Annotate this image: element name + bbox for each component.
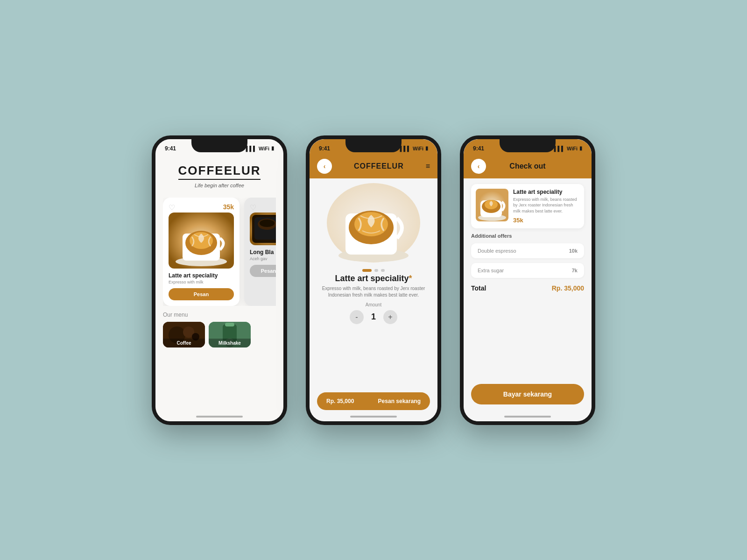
detail-product-desc: Expresso with milk, beans roasted by Jer… <box>317 285 430 298</box>
pay-button[interactable]: Bayar sekarang <box>471 384 584 404</box>
battery-icon-2: ▮ <box>425 145 428 151</box>
hamburger-icon[interactable]: ≡ <box>426 162 430 170</box>
signal-icon-3: ▌▌▌ <box>554 146 564 151</box>
status-icons-1: ▌▌▌ WiFi ▮ <box>246 145 274 151</box>
addon-price-2: 7k <box>572 268 578 273</box>
notch-3 <box>500 139 556 152</box>
brand-section: COFFEELUR Life begin after coffee <box>163 156 276 193</box>
phones-container: 9:41 ▌▌▌ WiFi ▮ COFFEELUR Life begin aft… <box>152 135 595 425</box>
checkout-item-name: Latte art speciality <box>513 189 579 195</box>
status-icons-3: ▌▌▌ WiFi ▮ <box>554 145 582 151</box>
checkout-content: Latte art speciality Expresso with milk,… <box>464 178 592 414</box>
coffee-label: Coffee <box>163 339 205 347</box>
heart-icon-1[interactable]: ♡ <box>169 203 175 212</box>
header-brand: COFFEELUR <box>354 162 404 170</box>
detail-header: ‹ COFFEELUR ≡ <box>310 156 437 178</box>
addon-name-1: Double espresso <box>478 248 516 254</box>
back-btn-3[interactable]: ‹ <box>471 159 486 174</box>
checkout-header: ‹ Check out <box>464 156 592 178</box>
phone-detail: 9:41 ▌▌▌ WiFi ▮ ‹ COFFEELUR ≡ <box>306 135 441 425</box>
pesan-btn-2[interactable]: Pesan <box>250 265 276 277</box>
amount-value: 1 <box>371 312 376 322</box>
svg-point-6 <box>260 220 275 227</box>
checkout-cup-svg <box>476 189 508 221</box>
addon-name-2: Extra sugar <box>478 268 504 273</box>
screen-home: 9:41 ▌▌▌ WiFi ▮ COFFEELUR Life begin aft… <box>155 139 283 421</box>
amount-section: Amount - 1 + <box>350 302 397 324</box>
phone-checkout: 9:41 ▌▌▌ WiFi ▮ ‹ Check out <box>460 135 595 425</box>
total-row: Total Rp. 35,000 <box>471 283 584 294</box>
category-milkshake[interactable]: Milkshake <box>209 322 251 347</box>
notch-2 <box>345 139 402 152</box>
checkout-item-info: Expresso with milk, beans roasted by Jer… <box>513 197 579 214</box>
screen-detail: 9:41 ▌▌▌ WiFi ▮ ‹ COFFEELUR ≡ <box>310 139 437 421</box>
amount-control: - 1 + <box>350 310 397 324</box>
order-bar[interactable]: Rp. 35,000 Pesan sekarang <box>317 392 430 410</box>
home-indicator-2 <box>350 416 397 418</box>
pesan-btn-1[interactable]: Pesan <box>169 288 234 300</box>
card-name-1: Latte art speciality <box>169 272 234 279</box>
checkout-title: Check out <box>492 162 564 170</box>
detail-content: Latte art speciality* Expresso with milk… <box>310 178 437 414</box>
checkout-item-price: 35k <box>513 217 579 224</box>
svg-rect-13 <box>225 323 234 326</box>
category-coffee[interactable]: Coffee <box>163 322 205 347</box>
addon-price-1: 10k <box>569 248 578 254</box>
addon-espresso[interactable]: Double espresso 10k <box>471 243 584 258</box>
addon-sugar[interactable]: Extra sugar 7k <box>471 263 584 278</box>
order-price: Rp. 35,000 <box>326 398 354 404</box>
total-label: Total <box>471 284 486 292</box>
notch <box>191 139 247 152</box>
total-price: Rp. 35,000 <box>552 284 584 292</box>
additional-label: Additional offers <box>471 233 584 239</box>
amount-label: Amount <box>350 302 397 307</box>
time-2: 9:41 <box>319 145 330 152</box>
detail-product-name: Latte art speciality* <box>335 274 412 284</box>
battery-icon-3: ▮ <box>579 145 582 151</box>
dot-active <box>362 269 372 272</box>
product-cards: ♡ 35k <box>163 198 276 306</box>
card-latte[interactable]: ♡ 35k <box>163 198 240 306</box>
detail-cup-svg <box>327 183 420 262</box>
signal-icon: ▌▌▌ <box>246 146 256 151</box>
time-1: 9:41 <box>165 145 176 152</box>
order-btn-text: Pesan sekarang <box>378 398 421 404</box>
checkout-item-card: Latte art speciality Expresso with milk,… <box>471 184 584 229</box>
dot-2 <box>374 269 378 272</box>
detail-image <box>327 183 420 262</box>
phone-home: 9:41 ▌▌▌ WiFi ▮ COFFEELUR Life begin aft… <box>152 135 287 425</box>
home-content: COFFEELUR Life begin after coffee ♡ 35k <box>155 156 283 414</box>
wifi-icon-2: WiFi <box>413 146 423 151</box>
card-longblack[interactable]: ♡ Long Bla <box>244 198 276 306</box>
card-desc-1: Expresso with milk <box>169 280 234 284</box>
status-icons-2: ▌▌▌ WiFi ▮ <box>400 145 428 151</box>
checkout-item-image <box>476 189 508 221</box>
dot-3 <box>381 269 385 272</box>
home-indicator-1 <box>196 416 243 418</box>
card-desc-2: Aceh gav <box>250 256 276 261</box>
back-btn-2[interactable]: ‹ <box>317 159 332 174</box>
wifi-icon-3: WiFi <box>567 146 578 151</box>
time-3: 9:41 <box>473 145 484 152</box>
our-menu-label: Our menu <box>163 312 276 318</box>
wifi-icon: WiFi <box>259 146 269 151</box>
black-coffee-image <box>250 213 276 245</box>
carousel-dots <box>362 269 385 272</box>
menu-categories: Coffee Milkshake <box>163 322 276 347</box>
screen-checkout: 9:41 ▌▌▌ WiFi ▮ ‹ Check out <box>464 139 592 421</box>
latte-cup-svg <box>169 213 234 269</box>
minus-btn[interactable]: - <box>350 310 364 324</box>
brand-subtitle: Life begin after coffee <box>163 183 276 188</box>
signal-icon-2: ▌▌▌ <box>400 146 410 151</box>
checkout-item-details: Latte art speciality Expresso with milk,… <box>513 189 579 224</box>
battery-icon: ▮ <box>271 145 274 151</box>
brand-title: COFFEELUR <box>178 163 261 180</box>
card-price-1: 35k <box>223 203 234 211</box>
milkshake-label: Milkshake <box>209 339 251 347</box>
plus-btn[interactable]: + <box>383 310 397 324</box>
home-indicator-3 <box>504 416 551 418</box>
card-name-2: Long Bla <box>250 249 276 255</box>
latte-image-1 <box>169 213 234 269</box>
heart-icon-2[interactable]: ♡ <box>250 203 256 212</box>
